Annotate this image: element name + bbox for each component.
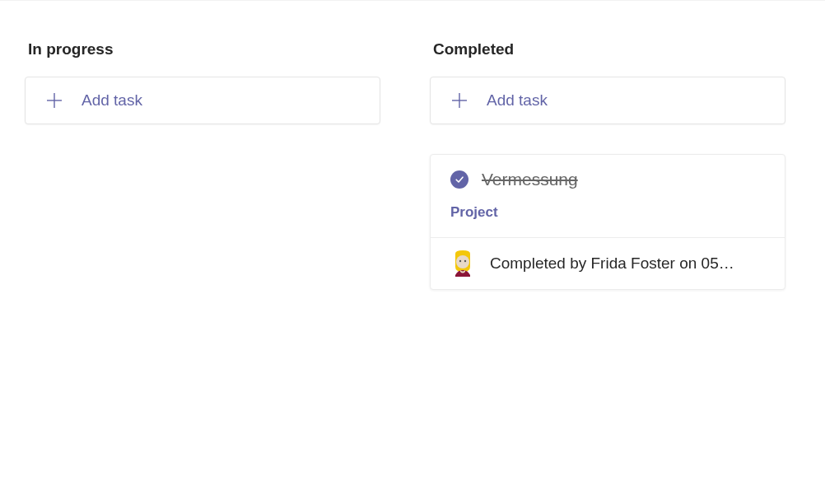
avatar (450, 250, 475, 277)
task-title-row: Vermessung (450, 170, 765, 189)
task-card-footer: Completed by Frida Foster on 05… (431, 237, 785, 289)
kanban-board: In progress Add task Completed Add task (0, 1, 825, 290)
task-card-body: Vermessung Project (431, 155, 785, 237)
svg-point-4 (456, 255, 469, 268)
svg-point-6 (464, 260, 466, 262)
add-task-label: Add task (487, 91, 548, 110)
check-circle-icon[interactable] (450, 170, 468, 189)
plus-icon (450, 91, 468, 110)
task-card[interactable]: Vermessung Project Completed by Frida Fo… (430, 154, 785, 290)
add-task-label: Add task (82, 91, 142, 110)
add-task-button-in-progress[interactable]: Add task (25, 77, 380, 124)
column-title-in-progress: In progress (25, 40, 380, 58)
plus-icon (45, 91, 63, 110)
column-title-completed: Completed (430, 40, 785, 58)
add-task-button-completed[interactable]: Add task (430, 77, 785, 124)
project-label[interactable]: Project (450, 204, 765, 221)
column-completed: Completed Add task Vermessung (430, 40, 785, 290)
column-in-progress: In progress Add task (25, 40, 380, 290)
svg-point-5 (459, 260, 461, 262)
completed-by-text: Completed by Frida Foster on 05… (490, 254, 765, 273)
task-title: Vermessung (482, 170, 578, 189)
